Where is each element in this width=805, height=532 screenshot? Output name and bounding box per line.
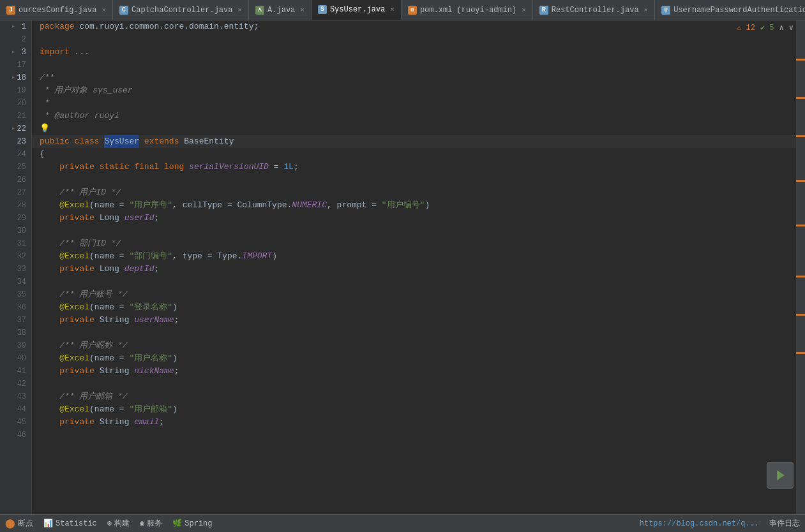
annotation-lamp: 💡 (40, 122, 50, 135)
tab-captchacontroller[interactable]: C CaptchaController.java × (113, 0, 249, 20)
tab-close-captchacontroller[interactable]: × (237, 6, 242, 14)
tab-ajava[interactable]: A A.java × (249, 0, 312, 20)
line-num-46: 46 (0, 429, 31, 441)
line-num-42: 42 (0, 378, 31, 390)
top-indicators: ⚠ 12 ✔ 5 ∧ ∨ (737, 23, 794, 33)
line-num-27: 27 (0, 186, 31, 199)
tab-close-restcontroller[interactable]: × (644, 6, 649, 14)
arrow-down-indicator[interactable]: ∨ (789, 23, 794, 33)
kw-public: public (40, 135, 75, 148)
scroll-warning-4 (796, 180, 805, 182)
tab-label-ourcesconfig: ourcesConfig.java (19, 6, 96, 15)
string-userseqno: "用户序号" (129, 199, 172, 212)
tab-bar: J ourcesConfig.java × C CaptchaControlle… (0, 0, 805, 20)
tab-icon-ourcesconfig: J (6, 6, 15, 15)
right-scroll-gutter (796, 20, 805, 514)
line-num-24: 24 (0, 148, 31, 161)
line-num-31: 31 (0, 237, 31, 250)
kw-long: long (164, 161, 189, 174)
field-userid: userId (124, 212, 154, 225)
line-num-25: 25 (0, 161, 31, 174)
tab-restcontroller[interactable]: R RestController.java × (533, 0, 655, 20)
code-line-45: private String email; (32, 416, 796, 429)
status-spring[interactable]: 🌿 Spring (172, 519, 212, 528)
extends-keyword (139, 135, 144, 148)
tab-close-ourcesconfig[interactable]: × (102, 6, 106, 14)
line-num-41: 41 (0, 365, 31, 378)
tab-ourcesconfig[interactable]: J ourcesConfig.java × (0, 0, 113, 20)
line-num-18: 18 (0, 71, 31, 84)
tab-icon-pomxml: m (408, 6, 417, 15)
code-line-28: @Excel(name = "用户序号", cellType = ColumnT… (32, 199, 796, 212)
field-username: userName (134, 314, 174, 327)
annotation-excel-1: @Excel (59, 199, 89, 212)
tab-usernamepassword[interactable]: U UsernamePasswordAuthentication1 (655, 0, 805, 20)
field-nickname: nickName (134, 365, 174, 378)
brace-open: { (40, 148, 45, 161)
annotation-excel-4: @Excel (59, 352, 89, 365)
code-line-35: /** 用户账号 */ (32, 288, 796, 301)
code-line-23: public class SysUser extends BaseEntity (32, 135, 796, 148)
type-string-2: String (100, 365, 135, 378)
field-email: email (134, 416, 159, 429)
status-bar: ⬤ 断点 📊 Statistic ⚙ 构建 ◉ 服务 🌿 Spring http… (0, 514, 805, 532)
status-breakpoint[interactable]: ⬤ 断点 (5, 518, 33, 529)
comment-nickname: /** 用户昵称 */ (59, 339, 128, 352)
comment-username: /** 用户账号 */ (59, 288, 128, 301)
annotation-excel-3: @Excel (59, 301, 89, 314)
editor-container: ⚠ 12 ✔ 5 ∧ ∨ 1 2 3 17 18 19 20 21 22 23 … (0, 20, 805, 514)
field-deptid: deptId (124, 263, 154, 276)
status-statistic[interactable]: 📊 Statistic (43, 519, 97, 528)
code-line-19: * 用户对象 sys_user (32, 84, 796, 97)
keyword-import: import (40, 46, 75, 59)
line-num-33: 33 (0, 263, 31, 276)
tab-icon-usernamepassword: U (661, 6, 670, 15)
url-label[interactable]: https://blog.csdn.net/q... (640, 519, 759, 528)
statistic-icon: 📊 (43, 519, 53, 528)
annotation-excel-5: @Excel (59, 403, 89, 416)
tab-label-usernamepassword: UsernamePasswordAuthentication1 (673, 6, 805, 15)
tab-pomxml[interactable]: m pom.xml (ruoyi-admin) × (402, 0, 533, 20)
code-line-44: @Excel(name = "用户邮箱") (32, 403, 796, 416)
code-line-46 (32, 429, 796, 441)
code-line-17 (32, 59, 796, 71)
tab-close-ajava[interactable]: × (300, 6, 305, 14)
tab-close-sysuser[interactable]: × (390, 6, 395, 13)
line-num-29: 29 (0, 212, 31, 225)
line-num-45: 45 (0, 416, 31, 429)
tab-sysuser[interactable]: S SysUser.java × (312, 0, 402, 20)
ok-indicator: ✔ 5 (760, 23, 774, 33)
run-triangle-icon (777, 470, 785, 480)
line-num-2: 2 (0, 33, 31, 46)
code-line-43: /** 用户邮箱 */ (32, 390, 796, 403)
status-service[interactable]: ◉ 服务 (140, 518, 162, 529)
event-log-label[interactable]: 事件日志 (769, 518, 800, 529)
run-button[interactable] (767, 462, 794, 489)
line-num-35: 35 (0, 288, 31, 301)
comment-start: /** (40, 71, 54, 84)
code-line-30 (32, 225, 796, 237)
kw-class: class (75, 135, 105, 148)
scroll-warning-8 (796, 352, 805, 354)
status-build[interactable]: ⚙ 构建 (107, 518, 130, 529)
code-line-2 (32, 33, 796, 46)
comment-author: * @author ruoyi (40, 110, 119, 122)
status-right-area: https://blog.csdn.net/q... 事件日志 (640, 518, 800, 529)
tab-close-pomxml[interactable]: × (522, 6, 526, 14)
tab-label-restcontroller: RestController.java (552, 6, 639, 15)
line-num-3: 3 (0, 46, 31, 59)
scroll-warning-6 (796, 276, 805, 277)
code-editor[interactable]: package com.ruoyi.common.core.domain.ent… (32, 20, 796, 514)
string-email: "用户邮箱" (129, 403, 172, 416)
breakpoint-icon: ⬤ (5, 518, 15, 529)
tab-icon-captchacontroller: C (119, 6, 128, 15)
comment-asterisk: * (40, 97, 50, 110)
string-usercode: "用户编号" (382, 199, 425, 212)
service-label: 服务 (147, 518, 162, 529)
code-line-31: /** 部门ID */ (32, 237, 796, 250)
kw-private-3: private (59, 263, 99, 276)
code-line-18: /** (32, 71, 796, 84)
arrow-up-indicator[interactable]: ∧ (779, 23, 784, 33)
spring-icon: 🌿 (172, 519, 182, 528)
code-line-21: * @author ruoyi (32, 110, 796, 122)
